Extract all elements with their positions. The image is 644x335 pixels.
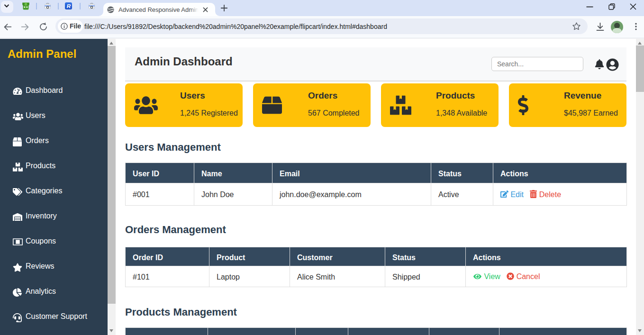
- svg-text:R: R: [67, 3, 71, 9]
